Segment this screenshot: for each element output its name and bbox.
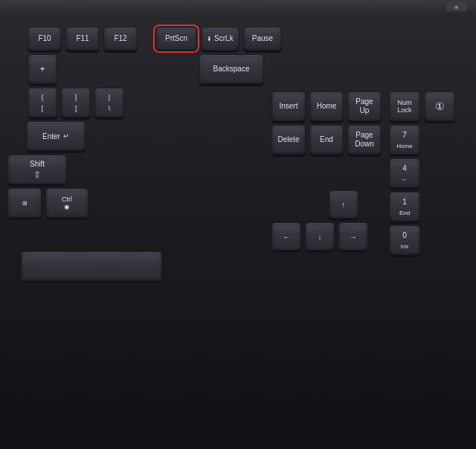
key-pause[interactable]: Pause (243, 27, 282, 51)
key-numlock[interactable]: Num Lock (389, 91, 420, 121)
enter-row: Enter ↵ (7, 121, 264, 151)
left-section: + Backspace { [ (7, 54, 264, 255)
key-lshift[interactable]: Shift ⇧ (7, 155, 67, 184)
key-f12[interactable]: F12 (103, 27, 138, 51)
key-open-brace[interactable]: { [ (28, 88, 57, 117)
key-plus[interactable]: + (28, 54, 57, 84)
key-end[interactable]: End (309, 125, 344, 155)
key-arrow-right[interactable]: → (338, 222, 368, 251)
arrow-lr-row: ← ↓ → (271, 222, 382, 251)
key-pipe[interactable]: | \ (94, 88, 124, 117)
key-win-left[interactable]: ⊞ (7, 188, 42, 218)
key-pageup[interactable]: Page Up (347, 91, 382, 121)
numpad-row5: 0 Ins (389, 225, 455, 255)
key-arrow-up[interactable]: ↑ (329, 190, 358, 219)
arrow-up-row: ↑ (305, 190, 382, 219)
keyboard: ■ F10 F11 F12 PrtScn ⬇ ScrLk (0, 0, 476, 449)
numpad-row1: Num Lock ① (389, 91, 455, 121)
key-np1[interactable]: 1 End (389, 192, 420, 222)
key-backspace[interactable]: Backspace (199, 54, 264, 84)
key-prtscn[interactable]: PrtScn (155, 27, 197, 51)
spacebar-row (21, 251, 469, 281)
top-indicator: ■ (446, 2, 467, 11)
key-scrlk[interactable]: ⬇ ScrLk (201, 27, 239, 51)
key-np-circle1[interactable]: ① (424, 91, 455, 121)
keyboard-top-bar: ■ (0, 0, 476, 13)
key-space[interactable] (21, 251, 162, 281)
key-pagedown[interactable]: Page Down (347, 125, 382, 155)
nav-section: Insert Home Page Up Delete End (271, 91, 382, 255)
nav-top-row: Insert Home Page Up (271, 91, 382, 121)
key-insert[interactable]: Insert (271, 91, 306, 121)
main-section: + Backspace { [ (7, 54, 469, 255)
nav-gap (271, 158, 382, 187)
bottom-row: ⊞ Ctrl ✱ (7, 188, 264, 218)
numpad-section: Num Lock ① 7 Home (389, 91, 455, 255)
top-main-row: + Backspace (7, 54, 264, 84)
key-delete[interactable]: Delete (271, 125, 306, 155)
key-f10[interactable]: F10 (28, 27, 62, 51)
bracket-row: { [ } ] | \ (7, 88, 264, 117)
key-arrow-down[interactable]: ↓ (305, 222, 335, 251)
function-row: F10 F11 F12 PrtScn ⬇ ScrLk Pause (7, 27, 469, 51)
key-arrow-left[interactable]: ← (271, 222, 301, 251)
numpad-row4: 1 End (389, 192, 455, 222)
shift-row: Shift ⇧ (7, 155, 264, 184)
keyboard-body: F10 F11 F12 PrtScn ⬇ ScrLk Pause (7, 27, 469, 281)
key-np7[interactable]: 7 Home (389, 125, 420, 155)
key-ctrl-left[interactable]: Ctrl ✱ (45, 188, 89, 218)
key-np4[interactable]: 4 ← (389, 158, 420, 188)
nav-bottom-row: Delete End Page Down (271, 125, 382, 155)
key-close-brace[interactable]: } ] (61, 88, 91, 117)
key-np0[interactable]: 0 Ins (389, 225, 420, 255)
key-enter[interactable]: Enter ↵ (26, 121, 86, 151)
numpad-row3: 4 ← (389, 158, 455, 188)
key-f11[interactable]: F11 (65, 27, 100, 51)
numpad-row2: 7 Home (389, 125, 455, 155)
key-home[interactable]: Home (309, 91, 344, 121)
